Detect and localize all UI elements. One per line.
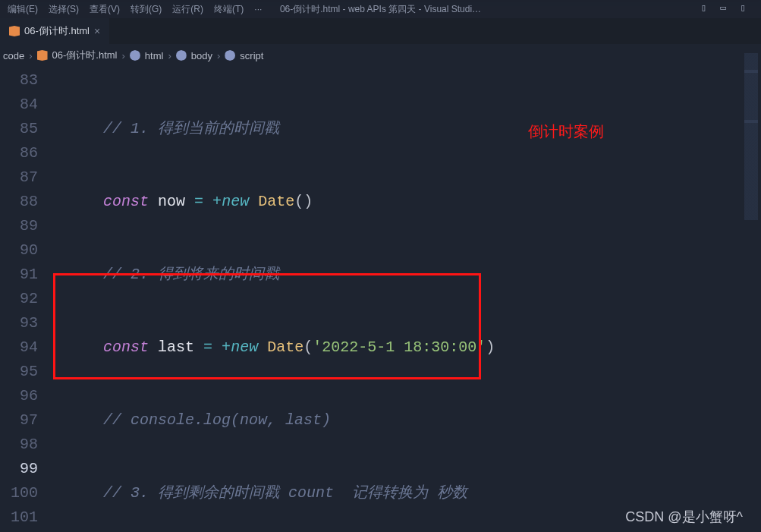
window-controls: ▯ ▭ ▯: [701, 2, 746, 14]
menu-run[interactable]: 运行(R): [172, 3, 203, 16]
tab-bar: 06-倒计时.html ×: [0, 18, 761, 44]
menu-more[interactable]: ···: [254, 4, 262, 14]
breadcrumb: code › 06-倒计时.html › html › body › scrip…: [0, 44, 761, 67]
html5-icon: [9, 26, 20, 36]
menu-terminal[interactable]: 终端(T): [214, 3, 244, 16]
code-token: (: [303, 338, 313, 356]
menu-goto[interactable]: 转到(G): [131, 3, 162, 16]
editor-tab[interactable]: 06-倒计时.html ×: [0, 18, 109, 44]
code-token: Date: [258, 193, 294, 210]
minimap[interactable]: [744, 53, 758, 220]
watermark: CSDN @是小蟹呀^: [625, 508, 743, 526]
code-token: Date: [267, 338, 303, 356]
code-token: now: [158, 193, 185, 210]
tag-icon: [225, 50, 235, 61]
breadcrumb-root[interactable]: code: [3, 50, 24, 61]
menu-edit[interactable]: 编辑(E): [8, 3, 38, 16]
breadcrumb-body[interactable]: body: [191, 50, 212, 61]
panel-toggle-left-icon[interactable]: ▯: [701, 2, 707, 14]
code-token: new: [222, 193, 249, 210]
code-token: const: [103, 193, 149, 210]
code-comment: // 1. 得到当前的时间戳: [103, 120, 279, 137]
code-token: +: [212, 193, 222, 210]
code-token: =: [203, 338, 212, 356]
code-comment: // 3. 得到剩余的时间戳 count 记得转换为 秒数: [103, 484, 467, 502]
code-token: (): [294, 193, 313, 210]
code-token: const: [103, 338, 149, 356]
tag-icon: [130, 50, 140, 61]
menu-select[interactable]: 选择(S): [49, 3, 79, 16]
code-token: =: [194, 193, 203, 210]
close-icon[interactable]: ×: [94, 25, 100, 37]
code-token: +: [222, 338, 231, 356]
panel-toggle-bottom-icon[interactable]: ▭: [720, 2, 726, 14]
breadcrumb-html[interactable]: html: [145, 50, 164, 61]
tag-icon: [176, 50, 187, 61]
breadcrumb-file[interactable]: 06-倒计时.html: [52, 49, 118, 62]
code-token: new: [231, 338, 258, 356]
panel-toggle-right-icon[interactable]: ▯: [740, 2, 746, 14]
tab-label: 06-倒计时.html: [24, 24, 90, 38]
code-token: ): [486, 338, 495, 356]
menu-view[interactable]: 查看(V): [90, 3, 120, 16]
window-title: 06-倒计时.html - web APIs 第四天 - Visual Stud…: [280, 3, 481, 16]
code-token: last: [158, 338, 194, 356]
html5-icon: [37, 50, 48, 61]
code-token: '2022-5-1 18:30:00': [313, 338, 486, 356]
breadcrumb-script[interactable]: script: [240, 50, 263, 61]
code-editor[interactable]: 8384858687888990919293949596979899100101…: [0, 67, 761, 532]
line-number-gutter: 8384858687888990919293949596979899100101…: [0, 68, 49, 532]
code-content[interactable]: // 1. 得到当前的时间戳 const now = +new Date() /…: [49, 68, 744, 532]
code-comment: // console.log(now, last): [103, 411, 331, 429]
code-comment: // 2. 得到将来的时间戳: [103, 266, 279, 283]
